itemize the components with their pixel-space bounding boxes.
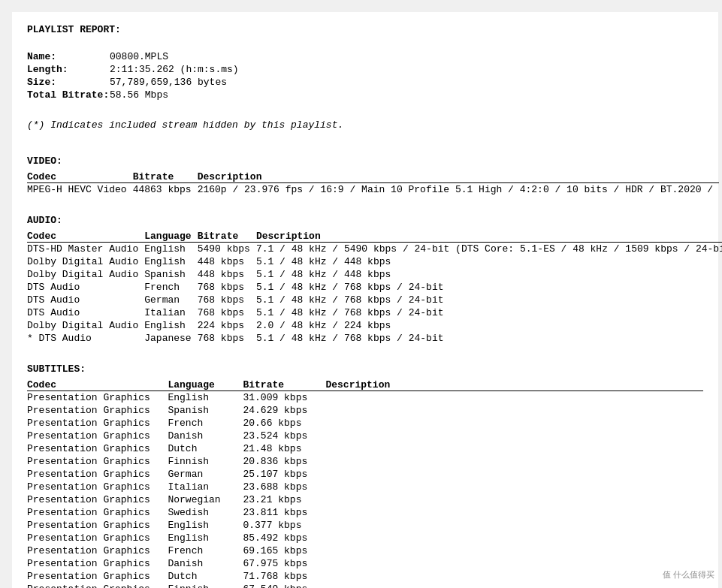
- watermark: 值 什么值得买: [663, 569, 714, 580]
- sub-col-desc: Description: [325, 379, 703, 390]
- sub-codec-cell: Presentation Graphics: [27, 493, 168, 506]
- sub-desc-cell: [325, 557, 703, 570]
- sub-lang-cell: French: [168, 544, 243, 557]
- audio-lang-cell: Spanish: [144, 268, 197, 281]
- audio-bitrate-cell: 768 kbps: [198, 306, 256, 319]
- sub-col-lang: Language: [168, 379, 243, 390]
- bitrate-value: 58.56 Mbps: [110, 89, 168, 101]
- audio-bitrate-cell: 448 kbps: [198, 255, 256, 268]
- sub-desc-cell: [325, 391, 703, 404]
- subtitles-table: Codec Language Bitrate Description Prese…: [27, 379, 703, 588]
- audio-col-bitrate: Bitrate: [198, 231, 256, 242]
- sub-codec-cell: Presentation Graphics: [27, 532, 168, 544]
- table-row: DTS Audio Italian 768 kbps 5.1 / 48 kHz …: [27, 306, 722, 319]
- sub-lang-cell: English: [168, 391, 243, 404]
- table-row: Presentation Graphics Danish 23.524 kbps: [27, 430, 703, 442]
- sub-desc-cell: [325, 506, 703, 519]
- audio-codec-cell: * DTS Audio: [27, 332, 144, 345]
- video-col-bitrate: Bitrate: [133, 171, 198, 182]
- sub-desc-cell: [325, 430, 703, 442]
- audio-codec-cell: DTS Audio: [27, 294, 144, 306]
- table-row: DTS Audio French 768 kbps 5.1 / 48 kHz /…: [27, 281, 722, 294]
- sub-lang-cell: Norwegian: [168, 493, 243, 506]
- sub-bitrate-cell: 69.165 kbps: [243, 544, 325, 557]
- table-row: Dolby Digital Audio Spanish 448 kbps 5.1…: [27, 268, 722, 281]
- table-row: Presentation Graphics French 20.66 kbps: [27, 417, 703, 430]
- table-row: * DTS Audio Japanese 768 kbps 5.1 / 48 k…: [27, 332, 722, 345]
- sub-codec-cell: Presentation Graphics: [27, 455, 168, 468]
- video-col-desc: Description: [198, 171, 720, 182]
- size-row: Size: 57,789,659,136 bytes: [27, 77, 703, 88]
- video-desc-cell: 2160p / 23.976 fps / 16:9 / Main 10 Prof…: [198, 183, 720, 196]
- sub-codec-cell: Presentation Graphics: [27, 544, 168, 557]
- table-row: Presentation Graphics Italian 23.688 kbp…: [27, 481, 703, 493]
- sub-codec-cell: Presentation Graphics: [27, 557, 168, 570]
- table-row: Presentation Graphics English 85.492 kbp…: [27, 532, 703, 544]
- bitrate-label: Total Bitrate:: [27, 89, 110, 101]
- audio-codec-cell: Dolby Digital Audio: [27, 255, 144, 268]
- table-row: DTS-HD Master Audio English 5490 kbps 7.…: [27, 243, 722, 255]
- sub-lang-cell: Finnish: [168, 583, 243, 588]
- audio-desc-cell: 5.1 / 48 kHz / 768 kbps / 24-bit: [256, 306, 722, 319]
- sub-desc-cell: [325, 544, 703, 557]
- table-row: Presentation Graphics Finnish 20.836 kbp…: [27, 455, 703, 468]
- video-col-codec: Codec: [27, 171, 133, 182]
- sub-lang-cell: German: [168, 468, 243, 481]
- sub-lang-cell: English: [168, 519, 243, 532]
- table-row: Presentation Graphics Dutch 71.768 kbps: [27, 570, 703, 583]
- sub-desc-cell: [325, 417, 703, 430]
- audio-codec-cell: DTS Audio: [27, 281, 144, 294]
- length-value: 2:11:35.262 (h:m:s.ms): [110, 64, 239, 75]
- audio-desc-cell: 5.1 / 48 kHz / 768 kbps / 24-bit: [256, 332, 722, 345]
- table-row: Presentation Graphics Norwegian 23.21 kb…: [27, 493, 703, 506]
- sub-codec-cell: Presentation Graphics: [27, 506, 168, 519]
- sub-codec-cell: Presentation Graphics: [27, 391, 168, 404]
- sub-lang-cell: Danish: [168, 557, 243, 570]
- video-section-title: VIDEO:: [27, 155, 703, 167]
- sub-lang-cell: Dutch: [168, 442, 243, 455]
- table-row: Presentation Graphics French 69.165 kbps: [27, 544, 703, 557]
- audio-desc-cell: 5.1 / 48 kHz / 768 kbps / 24-bit: [256, 281, 722, 294]
- sub-desc-cell: [325, 519, 703, 532]
- audio-lang-cell: English: [144, 243, 197, 255]
- video-table: Codec Bitrate Description MPEG-H HEVC Vi…: [27, 171, 719, 196]
- table-row: Presentation Graphics German 25.107 kbps: [27, 468, 703, 481]
- sub-desc-cell: [325, 532, 703, 544]
- audio-lang-cell: French: [144, 281, 197, 294]
- table-row: Dolby Digital Audio English 224 kbps 2.0…: [27, 319, 722, 332]
- table-row: Presentation Graphics Swedish 23.811 kbp…: [27, 506, 703, 519]
- report-title: PLAYLIST REPORT:: [27, 24, 703, 35]
- size-label: Size:: [27, 77, 110, 88]
- sub-lang-cell: Spanish: [168, 404, 243, 417]
- sub-bitrate-cell: 24.629 kbps: [243, 404, 325, 417]
- sub-bitrate-cell: 25.107 kbps: [243, 468, 325, 481]
- sub-bitrate-cell: 21.48 kbps: [243, 442, 325, 455]
- table-row: MPEG-H HEVC Video 44863 kbps 2160p / 23.…: [27, 183, 719, 196]
- audio-bitrate-cell: 768 kbps: [198, 294, 256, 306]
- sub-lang-cell: Danish: [168, 430, 243, 442]
- video-codec-cell: MPEG-H HEVC Video: [27, 183, 133, 196]
- sub-bitrate-cell: 20.66 kbps: [243, 417, 325, 430]
- sub-codec-cell: Presentation Graphics: [27, 417, 168, 430]
- sub-codec-cell: Presentation Graphics: [27, 404, 168, 417]
- table-row: Presentation Graphics English 0.377 kbps: [27, 519, 703, 532]
- audio-section-title: AUDIO:: [27, 215, 703, 226]
- table-row: Presentation Graphics Dutch 21.48 kbps: [27, 442, 703, 455]
- audio-lang-cell: Japanese: [144, 332, 197, 345]
- sub-bitrate-cell: 0.377 kbps: [243, 519, 325, 532]
- sub-desc-cell: [325, 481, 703, 493]
- sub-bitrate-cell: 20.836 kbps: [243, 455, 325, 468]
- sub-bitrate-cell: 23.688 kbps: [243, 481, 325, 493]
- size-value: 57,789,659,136 bytes: [110, 77, 227, 88]
- audio-desc-cell: 2.0 / 48 kHz / 224 kbps: [256, 319, 722, 332]
- subtitles-section-title: SUBTITLES:: [27, 363, 703, 375]
- audio-codec-cell: DTS-HD Master Audio: [27, 243, 144, 255]
- sub-bitrate-cell: 67.975 kbps: [243, 557, 325, 570]
- audio-bitrate-cell: 224 kbps: [198, 319, 256, 332]
- audio-bitrate-cell: 768 kbps: [198, 332, 256, 345]
- sub-bitrate-cell: 67.549 kbps: [243, 583, 325, 588]
- sub-lang-cell: Swedish: [168, 506, 243, 519]
- audio-codec-cell: DTS Audio: [27, 306, 144, 319]
- name-label: Name:: [27, 51, 110, 62]
- audio-bitrate-cell: 5490 kbps: [198, 243, 256, 255]
